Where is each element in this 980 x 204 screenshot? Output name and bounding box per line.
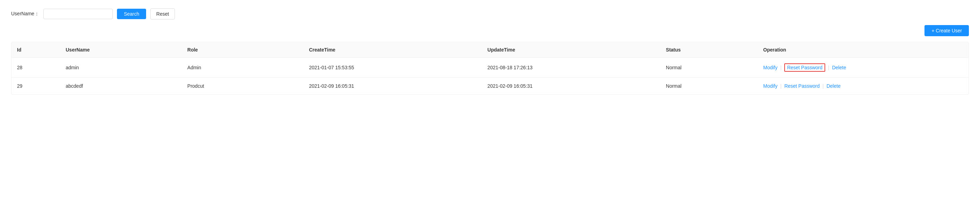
col-header-status: Status bbox=[660, 42, 757, 58]
delete-link[interactable]: Delete bbox=[832, 65, 846, 70]
reset-password-link[interactable]: Reset Password bbox=[784, 63, 825, 72]
toolbar-row: + Create User bbox=[11, 25, 969, 36]
divider-2: | bbox=[822, 83, 824, 89]
cell-id: 28 bbox=[11, 58, 60, 78]
modify-link[interactable]: Modify bbox=[763, 65, 777, 70]
col-header-updatetime: UpdateTime bbox=[482, 42, 660, 58]
divider-1: | bbox=[780, 83, 782, 89]
cell-createtime: 2021-02-09 16:05:31 bbox=[303, 78, 482, 95]
reset-password-link[interactable]: Reset Password bbox=[784, 83, 820, 89]
col-header-role: Role bbox=[182, 42, 304, 58]
cell-createtime: 2021-01-07 15:53:55 bbox=[303, 58, 482, 78]
search-button[interactable]: Search bbox=[117, 9, 146, 19]
col-header-username: UserName bbox=[60, 42, 182, 58]
username-label: UserName： bbox=[11, 11, 39, 17]
user-table: Id UserName Role CreateTime UpdateTime S… bbox=[11, 42, 969, 94]
table-body: 28 admin Admin 2021-01-07 15:53:55 2021-… bbox=[11, 58, 969, 95]
cell-operation: Modify | Reset Password | Delete bbox=[757, 78, 969, 95]
col-header-createtime: CreateTime bbox=[303, 42, 482, 58]
reset-button[interactable]: Reset bbox=[150, 8, 175, 19]
table-row: 28 admin Admin 2021-01-07 15:53:55 2021-… bbox=[11, 58, 969, 78]
divider-1: | bbox=[780, 65, 782, 70]
filter-row: UserName： Search Reset bbox=[11, 8, 969, 19]
cell-role: Admin bbox=[182, 58, 304, 78]
create-user-button[interactable]: + Create User bbox=[924, 25, 969, 36]
table-row: 29 abcdedf Prodcut 2021-02-09 16:05:31 2… bbox=[11, 78, 969, 95]
cell-username: admin bbox=[60, 58, 182, 78]
cell-updatetime: 2021-02-09 16:05:31 bbox=[482, 78, 660, 95]
cell-updatetime: 2021-08-18 17:26:13 bbox=[482, 58, 660, 78]
cell-status: Normal bbox=[660, 78, 757, 95]
divider-2: | bbox=[828, 65, 829, 70]
cell-id: 29 bbox=[11, 78, 60, 95]
username-input[interactable] bbox=[43, 9, 113, 19]
modify-link[interactable]: Modify bbox=[763, 83, 777, 89]
delete-link[interactable]: Delete bbox=[827, 83, 840, 89]
cell-role: Prodcut bbox=[182, 78, 304, 95]
col-header-id: Id bbox=[11, 42, 60, 58]
table-header: Id UserName Role CreateTime UpdateTime S… bbox=[11, 42, 969, 58]
user-table-container: Id UserName Role CreateTime UpdateTime S… bbox=[11, 42, 969, 95]
cell-status: Normal bbox=[660, 58, 757, 78]
cell-operation: Modify | Reset Password | Delete bbox=[757, 58, 969, 78]
col-header-operation: Operation bbox=[757, 42, 969, 58]
cell-username: abcdedf bbox=[60, 78, 182, 95]
